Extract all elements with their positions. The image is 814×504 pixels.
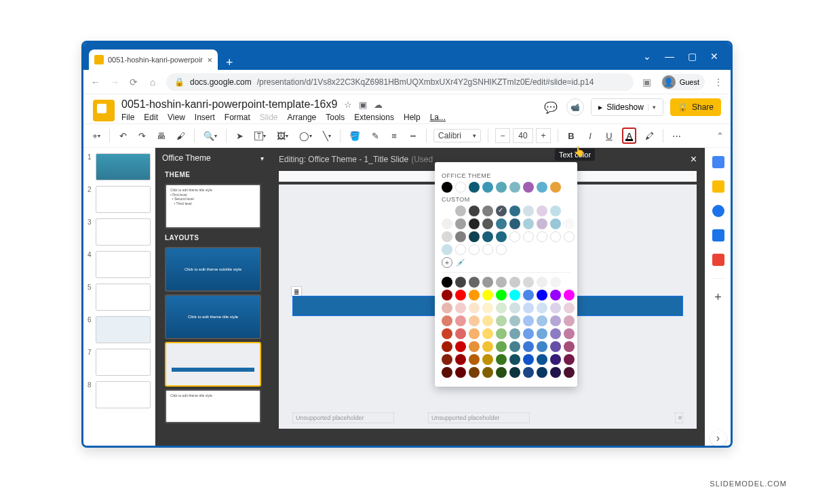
color-swatch[interactable] xyxy=(496,231,507,242)
contacts-icon[interactable] xyxy=(712,229,724,241)
slide-thumb[interactable]: 4 xyxy=(83,250,155,282)
browser-menu-icon[interactable]: ⋮ xyxy=(713,77,724,88)
color-swatch[interactable] xyxy=(469,218,480,229)
color-swatch[interactable] xyxy=(442,182,452,193)
color-swatch[interactable] xyxy=(523,315,534,326)
color-swatch[interactable] xyxy=(564,277,575,288)
italic-button[interactable]: I xyxy=(584,128,596,144)
color-swatch[interactable] xyxy=(509,218,520,229)
color-swatch[interactable] xyxy=(509,277,520,288)
page-number-placeholder[interactable]: # xyxy=(675,412,683,423)
color-swatch[interactable] xyxy=(509,315,520,326)
color-swatch[interactable] xyxy=(482,231,493,242)
chevron-down-icon[interactable]: ▾ xyxy=(648,104,656,111)
color-swatch[interactable] xyxy=(550,328,561,339)
menu-extensions[interactable]: Extensions xyxy=(354,113,394,122)
color-swatch[interactable] xyxy=(550,290,561,301)
color-swatch[interactable] xyxy=(469,277,480,288)
color-swatch[interactable] xyxy=(469,354,480,365)
shape-icon[interactable]: ◯▾ xyxy=(297,128,314,144)
color-swatch[interactable] xyxy=(509,290,520,301)
nav-reload-icon[interactable]: ⟳ xyxy=(128,77,139,88)
layout-thumb[interactable]: Click to edit theme title style xyxy=(165,294,261,339)
paint-format-icon[interactable]: 🖌 xyxy=(174,128,187,144)
star-icon[interactable]: ☆ xyxy=(344,100,352,110)
color-swatch[interactable] xyxy=(523,341,534,352)
color-swatch[interactable] xyxy=(550,354,561,365)
color-swatch[interactable] xyxy=(496,315,507,326)
font-family-select[interactable]: Calibri ▾ xyxy=(433,129,481,142)
color-swatch[interactable] xyxy=(442,303,452,313)
color-swatch[interactable] xyxy=(442,206,452,216)
maximize-icon[interactable]: ▢ xyxy=(688,51,697,62)
menu-file[interactable]: File xyxy=(121,113,134,122)
color-swatch[interactable] xyxy=(442,328,452,339)
color-swatch[interactable] xyxy=(482,290,493,301)
color-swatch[interactable] xyxy=(455,303,466,313)
color-swatch[interactable] xyxy=(469,182,480,193)
window-tabs-icon[interactable]: ▣ xyxy=(642,77,653,88)
minimize-icon[interactable]: — xyxy=(665,51,674,62)
font-size-increase[interactable]: + xyxy=(536,128,551,143)
menu-help[interactable]: Help xyxy=(404,113,421,122)
slide-thumb[interactable]: 1 xyxy=(83,152,155,185)
comments-icon[interactable]: 💬 xyxy=(542,99,560,115)
color-swatch[interactable] xyxy=(523,328,534,339)
color-swatch[interactable] xyxy=(442,277,452,288)
color-swatch[interactable] xyxy=(509,231,520,242)
color-swatch[interactable] xyxy=(550,206,561,216)
font-size-value[interactable]: 40 xyxy=(513,128,533,143)
addons-plus-icon[interactable]: + xyxy=(712,291,724,303)
color-swatch[interactable] xyxy=(482,218,493,229)
add-custom-color-button[interactable]: + xyxy=(442,257,452,268)
color-swatch[interactable] xyxy=(482,354,493,365)
color-swatch[interactable] xyxy=(455,290,466,301)
eyedropper-icon[interactable]: 💉 xyxy=(455,257,466,268)
menu-insert[interactable]: Insert xyxy=(195,113,215,122)
menu-arrange[interactable]: Arrange xyxy=(288,113,317,122)
color-swatch[interactable] xyxy=(509,341,520,352)
color-swatch[interactable] xyxy=(455,277,466,288)
color-swatch[interactable] xyxy=(442,354,452,365)
color-swatch[interactable] xyxy=(496,367,507,378)
slide-filmstrip[interactable]: 1 2 3 4 5 6 7 8 xyxy=(83,148,155,448)
move-icon[interactable]: ▣ xyxy=(359,100,367,110)
color-swatch[interactable] xyxy=(442,367,452,378)
color-swatch[interactable] xyxy=(496,354,507,365)
color-swatch[interactable] xyxy=(537,218,547,229)
chevron-down-icon[interactable]: ⌄ xyxy=(643,51,651,62)
slide-thumb[interactable]: 8 xyxy=(83,380,155,412)
slide-thumb[interactable]: 6 xyxy=(83,315,155,347)
color-swatch[interactable] xyxy=(455,341,466,352)
color-swatch[interactable] xyxy=(564,290,575,301)
color-swatch[interactable] xyxy=(509,328,520,339)
text-color-button[interactable]: A xyxy=(622,128,636,144)
color-swatch[interactable] xyxy=(455,354,466,365)
color-swatch[interactable] xyxy=(523,218,534,229)
color-swatch[interactable] xyxy=(523,290,534,301)
color-swatch[interactable] xyxy=(469,206,480,216)
cloud-icon[interactable]: ☁ xyxy=(374,100,383,110)
slide-thumb[interactable]: 7 xyxy=(83,347,155,380)
calendar-icon[interactable] xyxy=(712,156,724,168)
color-swatch[interactable] xyxy=(523,277,534,288)
color-swatch[interactable] xyxy=(482,315,493,326)
color-swatch[interactable] xyxy=(455,206,466,216)
color-swatch[interactable] xyxy=(469,303,480,313)
theme-dropdown-icon[interactable]: ▾ xyxy=(260,155,264,162)
color-swatch[interactable] xyxy=(482,367,493,378)
color-swatch[interactable] xyxy=(455,315,466,326)
color-swatch[interactable] xyxy=(496,328,507,339)
fill-color-icon[interactable]: 🪣 xyxy=(347,128,362,144)
color-swatch[interactable] xyxy=(455,367,466,378)
color-swatch[interactable] xyxy=(509,182,520,193)
color-swatch[interactable] xyxy=(469,231,480,242)
color-swatch[interactable] xyxy=(550,218,561,229)
color-swatch[interactable] xyxy=(509,354,520,365)
slide-thumb[interactable]: 3 xyxy=(83,217,155,250)
color-swatch[interactable] xyxy=(509,367,520,378)
tasks-icon[interactable] xyxy=(712,205,724,217)
color-swatch[interactable] xyxy=(523,182,534,193)
color-swatch[interactable] xyxy=(537,182,547,193)
layout-thumb-selected[interactable] xyxy=(165,342,261,387)
